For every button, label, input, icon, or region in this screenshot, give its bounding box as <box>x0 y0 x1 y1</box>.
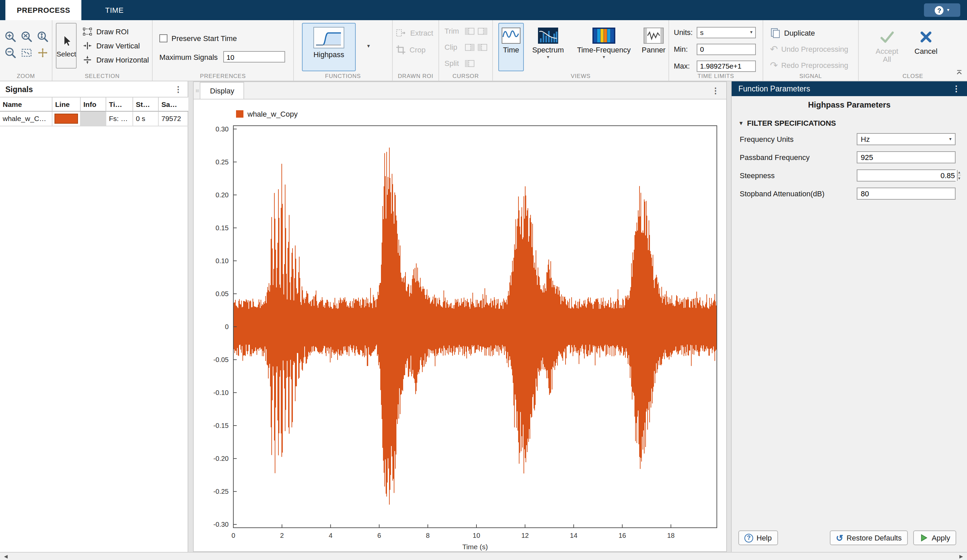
cancel-button[interactable]: Cancel <box>909 23 944 71</box>
scroll-left-button[interactable]: ◀ <box>4 553 8 560</box>
draw-roi-button[interactable]: Draw ROI <box>79 24 152 38</box>
trim-right-icon[interactable] <box>477 26 488 35</box>
function-parameters-menu-button[interactable]: ⋮ <box>952 84 960 94</box>
scroll-right-button[interactable]: ▶ <box>959 553 963 560</box>
ribbon-section-zoom: ZOOM <box>0 20 53 81</box>
zoom-out-button[interactable] <box>3 45 18 60</box>
time-frequency-view-button[interactable]: Time-Frequency ▾ <box>572 23 635 71</box>
restore-defaults-button[interactable]: ↺ Restore Defaults <box>830 530 908 545</box>
functions-dropdown-button[interactable]: ▾ <box>363 40 375 52</box>
signal-row-fs[interactable]: Fs: 4… <box>106 112 133 127</box>
spectrum-view-icon <box>538 28 558 44</box>
maximum-signals-input[interactable] <box>223 51 285 63</box>
svg-text:0: 0 <box>231 532 235 539</box>
display-panel-menu-button[interactable]: ⋮ <box>711 86 726 95</box>
svg-text:10: 10 <box>473 532 480 539</box>
clip-right-icon[interactable] <box>477 43 488 51</box>
zoom-in-x-button[interactable] <box>19 29 34 44</box>
panner-view-button[interactable]: Panner <box>640 23 668 71</box>
ribbon-section-cursor: Trim Clip Split CURSOR <box>439 20 493 81</box>
zoom-in-button[interactable] <box>3 29 18 44</box>
tab-time[interactable]: TIME <box>94 0 135 20</box>
column-header-name[interactable]: Name <box>0 97 53 112</box>
steepness-spin-down-button[interactable]: ▼ <box>957 175 961 181</box>
fit-view-icon <box>20 46 33 59</box>
svg-text:14: 14 <box>570 532 577 539</box>
passband-frequency-label: Passband Frequency <box>740 153 857 161</box>
draw-vertical-label: Draw Vertical <box>96 41 140 49</box>
draw-horizontal-button[interactable]: Draw Horizontal <box>79 53 152 67</box>
split-icon[interactable] <box>465 59 475 68</box>
crop-button[interactable]: Crop <box>393 42 439 56</box>
signal-row-line[interactable] <box>53 112 81 127</box>
time-view-button[interactable]: Time <box>498 23 524 71</box>
clip-left-icon[interactable] <box>465 43 475 51</box>
fit-to-view-button[interactable] <box>19 45 34 60</box>
svg-text:Time (s): Time (s) <box>462 543 488 550</box>
preserve-start-time-label: Preserve Start Time <box>172 34 237 42</box>
column-header-start[interactable]: St… <box>133 97 159 112</box>
signal-row-name[interactable]: whale_w_C… <box>0 112 53 127</box>
signals-table: Name Line Info Ti… St… Sa… whale_w_C… Fs… <box>0 97 188 127</box>
draw-vertical-button[interactable]: Draw Vertical <box>79 38 152 53</box>
accept-all-label-2: All <box>883 55 891 63</box>
column-header-time[interactable]: Ti… <box>106 97 133 112</box>
help-button-label: Help <box>756 534 772 542</box>
frequency-units-select[interactable]: Hz ▾ <box>857 133 955 145</box>
accept-all-button[interactable]: Accept All <box>870 23 904 71</box>
spectrum-view-button[interactable]: Spectrum ▾ <box>529 23 567 71</box>
maximum-signals-label: Maximum Signals <box>159 53 218 61</box>
draw-roi-label: Draw ROI <box>96 27 129 35</box>
signal-row-start[interactable]: 0 s <box>133 112 159 127</box>
svg-text:0.15: 0.15 <box>216 224 229 232</box>
tab-display[interactable]: Display <box>200 82 244 99</box>
collapse-ribbon-button[interactable] <box>954 68 964 77</box>
duplicate-label: Duplicate <box>784 28 815 37</box>
signal-plot[interactable]: whale_w_Copy0.300.250.200.150.100.050-0.… <box>194 99 726 551</box>
redo-preprocessing-button[interactable]: ↷ Redo Preprocessing <box>767 58 858 72</box>
pan-button[interactable] <box>35 45 50 60</box>
min-time-input[interactable] <box>697 43 756 55</box>
extract-button[interactable]: Extract <box>393 26 439 40</box>
tab-preprocess[interactable]: PREPROCESS <box>5 0 82 20</box>
filter-specifications-section-header[interactable]: ▼ FILTER SPECIFICATIONS <box>732 116 967 130</box>
help-button[interactable]: ? Help <box>738 530 778 545</box>
units-select[interactable]: s ▾ <box>697 26 756 38</box>
time-frequency-view-icon <box>592 28 615 44</box>
panel-grip-icon[interactable]: ≡ <box>194 89 201 92</box>
svg-text:0.20: 0.20 <box>216 191 229 199</box>
clip-label: Clip <box>444 43 462 51</box>
column-header-samples[interactable]: Sa… <box>159 97 188 112</box>
highpass-parameters-title: Highpass Parameters <box>732 96 967 114</box>
apply-button[interactable]: Apply <box>914 530 956 545</box>
signal-row-samples[interactable]: 79572 <box>159 112 188 127</box>
preserve-start-time-checkbox[interactable] <box>159 34 167 42</box>
steepness-input[interactable] <box>857 170 957 181</box>
select-tool-button[interactable]: Select <box>56 23 77 69</box>
help-menu-button[interactable]: ? ▾ <box>924 3 960 17</box>
highpass-function-button[interactable]: Highpass <box>302 23 356 71</box>
cursor-arrow-icon <box>60 34 72 48</box>
zoom-in-y-button[interactable] <box>35 29 50 44</box>
units-label: Units: <box>674 28 697 36</box>
ribbon-section-signal: Duplicate ↶ Undo Preprocessing ↷ Redo Pr… <box>763 20 859 81</box>
column-header-line[interactable]: Line <box>53 97 81 112</box>
column-header-info[interactable]: Info <box>81 97 106 112</box>
passband-frequency-input[interactable] <box>861 153 952 161</box>
svg-text:0.05: 0.05 <box>216 290 229 298</box>
signal-line-swatch <box>54 114 78 124</box>
signals-panel-menu-button[interactable]: ⋮ <box>174 84 182 94</box>
stopband-attenuation-input[interactable] <box>861 189 952 197</box>
signal-row-info[interactable] <box>81 112 106 127</box>
chevron-down-icon: ▾ <box>750 30 752 35</box>
svg-text:16: 16 <box>619 532 626 539</box>
steepness-spin-up-button[interactable]: ▲ <box>957 170 961 175</box>
restore-defaults-icon: ↺ <box>836 534 843 542</box>
draw-horizontal-label: Draw Horizontal <box>96 56 149 64</box>
undo-preprocessing-button[interactable]: ↶ Undo Preprocessing <box>767 42 858 56</box>
max-time-input[interactable] <box>697 60 756 72</box>
duplicate-button[interactable]: Duplicate <box>767 26 858 40</box>
trim-left-icon[interactable] <box>465 26 475 35</box>
filter-specifications-label: FILTER SPECIFICATIONS <box>747 119 836 127</box>
help-icon: ? <box>935 6 944 15</box>
